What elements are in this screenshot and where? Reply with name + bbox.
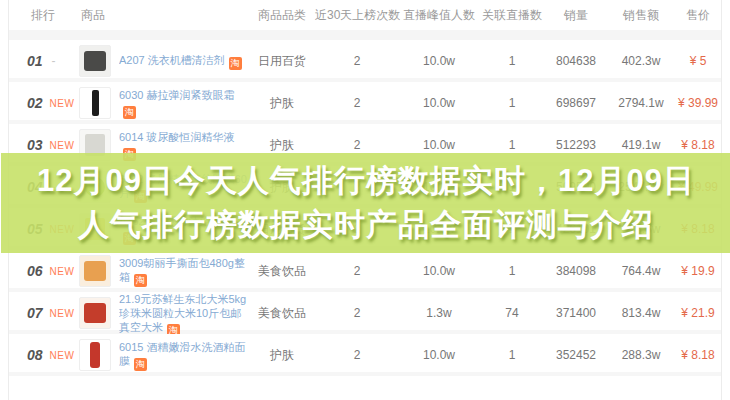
table-row[interactable]: 01 - A207 洗衣机槽清洁剂淘 日用百货 2 10.0w 1 804638…: [9, 40, 721, 82]
col-header-rank: 排行: [9, 7, 79, 24]
peak-viewers-cell: 10.0w: [399, 264, 479, 278]
live-count-cell: 1: [479, 138, 545, 152]
category-cell: 护肤: [249, 347, 315, 364]
price-cell: ¥ 39.99: [675, 96, 721, 110]
revenue-cell: 813.4w: [607, 306, 675, 320]
rank-number: 01: [27, 53, 43, 69]
price-cell: ¥ 5: [675, 54, 721, 68]
sales-cell: 698697: [545, 96, 607, 110]
taobao-shop-icon[interactable]: 淘: [134, 274, 147, 287]
live-count-cell: 1: [479, 348, 545, 362]
times-on-list-cell: 2: [315, 264, 399, 278]
price-cell: ¥ 8.18: [675, 138, 721, 152]
live-count-cell: 1: [479, 264, 545, 278]
category-cell: 护肤: [249, 95, 315, 112]
product-cell: 6030 赫拉弹润紧致眼霜淘: [79, 82, 249, 124]
product-thumb[interactable]: [79, 339, 111, 371]
times-on-list-cell: 2: [315, 138, 399, 152]
ranking-board: 排行 商品 商品品类 近30天上榜次数 直播峰值人数 关联直播数 销量 销售额 …: [8, 0, 722, 400]
promo-overlay-line2: 人气排行榜数据实时产品全面评测与介绍: [78, 203, 654, 247]
product-cell: 21.9元苏鲜生东北大米5kg珍珠米圆粒大米10斤包邮真空大米淘: [79, 292, 249, 334]
category-cell: 护肤: [249, 137, 315, 154]
product-name-link[interactable]: 6030 赫拉弹润紧致眼霜淘: [119, 88, 249, 119]
table-row[interactable]: 06 NEW 3009朝丽手撕面包480g整箱淘 美食饮品 2 10.0w 1 …: [9, 250, 721, 292]
sales-cell: 352452: [545, 348, 607, 362]
col-header-revenue: 销售额: [607, 7, 675, 24]
taobao-shop-icon[interactable]: 淘: [167, 324, 180, 334]
rank-cell: 03 NEW: [9, 137, 79, 153]
times-on-list-cell: 2: [315, 306, 399, 320]
product-thumb[interactable]: [79, 45, 111, 77]
live-count-cell: 74: [479, 306, 545, 320]
rank-change-badge: NEW: [50, 140, 75, 151]
product-cell: 3009朝丽手撕面包480g整箱淘: [79, 250, 249, 292]
times-on-list-cell: 2: [315, 54, 399, 68]
col-header-times-on-list: 近30天上榜次数: [315, 7, 399, 24]
product-thumb[interactable]: [79, 297, 111, 329]
product-name-link[interactable]: 6015 酒糟嫩滑水洗酒粕面膜淘: [119, 340, 249, 371]
rank-cell: 02 NEW: [9, 95, 79, 111]
peak-viewers-cell: 1.3w: [399, 306, 479, 320]
rank-cell: 01 -: [9, 53, 79, 69]
revenue-cell: 419.1w: [607, 138, 675, 152]
col-header-category: 商品品类: [249, 7, 315, 24]
rank-number: 03: [27, 137, 43, 153]
taobao-shop-icon[interactable]: 淘: [123, 106, 136, 119]
rank-cell: 07 NEW: [9, 305, 79, 321]
revenue-cell: 402.3w: [607, 54, 675, 68]
product-thumb[interactable]: [79, 255, 111, 287]
taobao-shop-icon[interactable]: 淘: [134, 358, 147, 371]
revenue-cell: 288.3w: [607, 348, 675, 362]
product-name-link[interactable]: A207 洗衣机槽清洁剂淘: [119, 53, 242, 70]
taobao-shop-icon[interactable]: 淘: [229, 57, 242, 70]
promo-overlay: 12月09日今天人气排行榜数据实时，12月09日 人气排行榜数据实时产品全面评测…: [1, 153, 730, 253]
rank-change-badge: NEW: [50, 98, 75, 109]
category-cell: 美食饮品: [249, 305, 315, 322]
price-cell: ¥ 8.18: [675, 348, 721, 362]
table-row[interactable]: 08 NEW 6015 酒糟嫩滑水洗酒粕面膜淘 护肤 2 10.0w 1 352…: [9, 334, 721, 376]
rank-cell: 08 NEW: [9, 347, 79, 363]
revenue-cell: 764.4w: [607, 264, 675, 278]
peak-viewers-cell: 10.0w: [399, 138, 479, 152]
col-header-peak-viewers: 直播峰值人数: [399, 7, 479, 24]
header-separator: [9, 30, 721, 40]
rank-number: 02: [27, 95, 43, 111]
peak-viewers-cell: 10.0w: [399, 96, 479, 110]
table-row[interactable]: 02 NEW 6030 赫拉弹润紧致眼霜淘 护肤 2 10.0w 1 69869…: [9, 82, 721, 124]
col-header-price: 售价: [675, 7, 721, 24]
product-cell: 6015 酒糟嫩滑水洗酒粕面膜淘: [79, 334, 249, 376]
sales-cell: 371400: [545, 306, 607, 320]
rank-cell: 06 NEW: [9, 263, 79, 279]
table-header: 排行 商品 商品品类 近30天上榜次数 直播峰值人数 关联直播数 销量 销售额 …: [9, 0, 721, 30]
category-cell: 美食饮品: [249, 263, 315, 280]
peak-viewers-cell: 10.0w: [399, 54, 479, 68]
rank-change-badge: NEW: [50, 266, 75, 277]
price-cell: ¥ 19.9: [675, 264, 721, 278]
times-on-list-cell: 2: [315, 96, 399, 110]
rank-number: 08: [27, 347, 43, 363]
rank-number: 07: [27, 305, 43, 321]
revenue-cell: 2794.1w: [607, 96, 675, 110]
promo-overlay-line1: 12月09日今天人气排行榜数据实时，12月09日: [37, 159, 695, 203]
rank-number: 06: [27, 263, 43, 279]
peak-viewers-cell: 10.0w: [399, 348, 479, 362]
col-header-live-count: 关联直播数: [479, 7, 545, 24]
product-thumb[interactable]: [79, 87, 111, 119]
times-on-list-cell: 2: [315, 348, 399, 362]
product-name-link[interactable]: 21.9元苏鲜生东北大米5kg珍珠米圆粒大米10斤包邮真空大米淘: [119, 292, 249, 334]
price-cell: ¥ 21.9: [675, 306, 721, 320]
sales-cell: 804638: [545, 54, 607, 68]
live-count-cell: 1: [479, 54, 545, 68]
col-header-product: 商品: [79, 7, 249, 24]
category-cell: 日用百货: [249, 53, 315, 70]
product-name-link[interactable]: 3009朝丽手撕面包480g整箱淘: [119, 256, 249, 287]
product-cell: A207 洗衣机槽清洁剂淘: [79, 40, 249, 82]
rank-change-badge: NEW: [50, 308, 75, 319]
col-header-sales: 销量: [545, 7, 607, 24]
table-row[interactable]: 07 NEW 21.9元苏鲜生东北大米5kg珍珠米圆粒大米10斤包邮真空大米淘 …: [9, 292, 721, 334]
rank-change-badge: NEW: [50, 350, 75, 361]
sales-cell: 384098: [545, 264, 607, 278]
rank-change-badge: -: [52, 54, 56, 68]
live-count-cell: 1: [479, 96, 545, 110]
sales-cell: 512293: [545, 138, 607, 152]
